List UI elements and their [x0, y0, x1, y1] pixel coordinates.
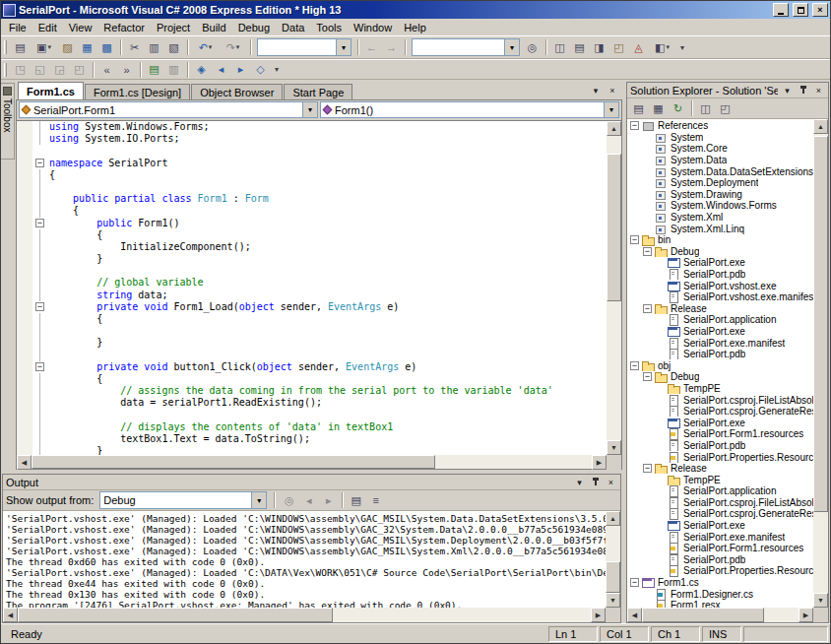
code-line[interactable]: string data; — [17, 290, 607, 301]
word-wrap-button[interactable]: ≡ — [366, 491, 385, 509]
output-horizontal-scrollbar[interactable]: ◀ ▶ — [3, 608, 620, 622]
code-line[interactable]: } — [17, 253, 607, 265]
code-line[interactable] — [17, 350, 607, 361]
editor-horizontal-scrollbar[interactable]: ◀ ▶ — [16, 455, 622, 470]
scroll-thumb[interactable] — [32, 455, 435, 469]
navigate-forward-button[interactable]: → — [382, 38, 401, 56]
code-line[interactable]: { — [17, 373, 607, 385]
code-line[interactable]: // assigns the data coming in from the s… — [17, 385, 607, 397]
scroll-right-button[interactable]: ▶ — [592, 455, 607, 470]
tree-item[interactable]: −Debug — [627, 371, 813, 383]
dropdown-arrow-icon[interactable]: ▾ — [236, 43, 240, 51]
code-line[interactable]: − public Form1() — [17, 218, 607, 229]
uncomment-selection-button[interactable]: ▥ — [164, 61, 183, 79]
menu-item-debug[interactable]: Debug — [232, 21, 276, 34]
tree-item[interactable]: SerialPort.exe — [627, 520, 813, 532]
tree-item[interactable]: TempPE — [627, 474, 813, 485]
scroll-down-button[interactable]: ▼ — [607, 440, 621, 455]
output-source-combo[interactable]: Debug ▾ — [99, 491, 267, 509]
toolbar-options-button[interactable]: ▾ — [676, 38, 688, 56]
save-button[interactable]: ▦ — [78, 38, 96, 56]
code-line[interactable]: { — [17, 229, 607, 241]
tree-item[interactable]: System.Xml.Linq — [627, 223, 813, 234]
tree-item[interactable]: System.Data.DataSetExtensions — [627, 165, 813, 177]
refresh-button[interactable]: ↻ — [669, 99, 687, 117]
menu-item-file[interactable]: File — [3, 21, 32, 34]
scroll-left-button[interactable]: ◀ — [17, 455, 32, 470]
members-dropdown[interactable]: Form1() ▾ — [320, 101, 619, 118]
dropdown-arrow-icon[interactable]: ▾ — [604, 102, 618, 117]
code-line[interactable] — [17, 181, 607, 193]
expander-icon[interactable]: − — [630, 361, 639, 370]
tree-item[interactable]: SerialPort.csproj.FileListAbsolut — [627, 497, 813, 509]
tree-item[interactable]: −Debug — [627, 246, 813, 258]
code-line[interactable] — [17, 145, 607, 157]
tree-item[interactable]: SerialPort.Form1.resources — [627, 428, 813, 440]
tree-item[interactable]: SerialPort.exe.manifest — [627, 531, 813, 543]
scroll-up-button[interactable]: ▲ — [813, 119, 828, 134]
collapse-region-toggle-icon[interactable]: − — [35, 362, 44, 371]
code-line[interactable] — [17, 325, 607, 337]
paste-button[interactable]: ▧ — [164, 38, 183, 56]
comment-selection-button[interactable]: ▤ — [145, 61, 163, 79]
code-line[interactable]: } — [17, 337, 607, 349]
tree-item[interactable]: System.Deployment — [627, 177, 813, 189]
menu-item-tools[interactable]: Tools — [310, 21, 348, 34]
code-line[interactable]: // global variable — [17, 277, 607, 289]
scroll-right-button[interactable]: ▶ — [799, 608, 813, 622]
tree-item[interactable]: Form1.resx — [627, 600, 813, 608]
tree-item[interactable]: SerialPort.csproj.GenerateReso — [627, 508, 813, 520]
navigate-backward-button[interactable]: ← — [362, 38, 381, 56]
properties-window-button[interactable]: ▤ — [570, 38, 589, 56]
dropdown-arrow-icon[interactable]: ▾ — [302, 102, 317, 117]
output-header[interactable]: Output ▾ × — [3, 475, 620, 490]
code-line[interactable]: } — [17, 445, 607, 455]
collapse-region-toggle-icon[interactable]: − — [35, 159, 44, 167]
tree-item[interactable]: −Release — [627, 463, 813, 475]
tree-item[interactable]: −obj — [627, 359, 813, 371]
tree-item[interactable]: SerialPort.exe — [627, 326, 813, 338]
menu-item-build[interactable]: Build — [196, 21, 231, 34]
scroll-track[interactable] — [32, 455, 592, 469]
code-line[interactable]: − private void Form1_Load(object sender,… — [17, 301, 607, 313]
tree-item[interactable]: −Release — [627, 303, 813, 315]
expander-icon[interactable]: − — [643, 304, 652, 313]
toolbar-grip[interactable] — [4, 40, 7, 54]
add-new-item-button[interactable]: ▣▾ — [31, 38, 57, 56]
tree-item[interactable]: −bin — [627, 234, 813, 246]
code-line[interactable]: data = serialPort1.ReadExisting(); — [17, 397, 607, 409]
save-all-button[interactable]: ▩ — [97, 38, 116, 56]
previous-bookmark-button[interactable]: ◂ — [212, 61, 230, 79]
other-windows-button[interactable]: ◧▾ — [649, 38, 675, 56]
view-code-button[interactable]: ◫ — [696, 99, 715, 117]
tree-item[interactable]: TempPE — [627, 383, 813, 395]
undo-button[interactable]: ↶▾ — [192, 38, 219, 56]
toolbar-combo-1[interactable]: ▾ — [257, 38, 352, 56]
code-line[interactable]: { — [17, 205, 607, 217]
tree-item[interactable]: System.Drawing — [627, 189, 813, 201]
tree-item[interactable]: System.Data — [627, 155, 813, 166]
code-line[interactable]: −namespace SerialPort — [17, 158, 607, 169]
scroll-thumb[interactable] — [813, 136, 828, 512]
tab-start-page[interactable]: Start Page — [284, 84, 352, 99]
expander-icon[interactable]: − — [630, 578, 639, 587]
tree-item[interactable]: SerialPort.pdb — [627, 349, 813, 360]
tree-item[interactable]: SerialPort.vshost.exe.manifest — [627, 291, 813, 303]
tree-item[interactable]: SerialPort.application — [627, 314, 813, 326]
code-line[interactable]: textBox1.Text = data.ToString(); — [17, 433, 607, 445]
increase-indent-button[interactable]: » — [117, 61, 136, 79]
solution-explorer-button[interactable]: ◫ — [550, 38, 569, 56]
scroll-track[interactable] — [813, 134, 828, 593]
find-button[interactable]: ◎ — [523, 38, 542, 56]
code-line[interactable]: − private void button1_Click(object send… — [17, 361, 607, 373]
dropdown-arrow-icon[interactable]: ▾ — [336, 39, 351, 55]
expander-icon[interactable]: − — [630, 235, 639, 244]
close-document-button[interactable]: × — [606, 84, 619, 97]
menu-item-refactor[interactable]: Refactor — [97, 21, 151, 34]
minimize-button[interactable] — [773, 3, 789, 17]
close-button[interactable]: × — [812, 3, 828, 17]
expander-icon[interactable]: − — [643, 464, 652, 473]
scroll-track[interactable] — [607, 136, 621, 440]
scroll-down-button[interactable]: ▼ — [813, 593, 828, 608]
menu-item-help[interactable]: Help — [398, 21, 432, 34]
